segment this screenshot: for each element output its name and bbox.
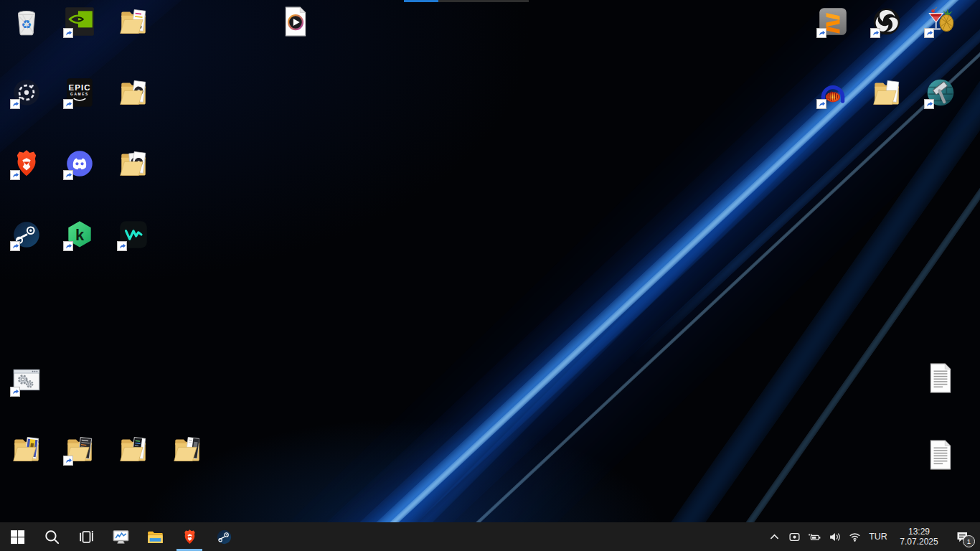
shortcut-badge — [10, 241, 20, 251]
voicemod-icon — [116, 217, 151, 252]
clock[interactable]: 13:29 7.07.2025 — [892, 527, 946, 547]
desktop-icon-video-edit[interactable] — [161, 432, 214, 468]
sublime-text-icon — [816, 4, 850, 39]
handbrake-icon — [923, 4, 958, 39]
paradox-launcher-icon — [9, 75, 44, 110]
shortcut-arrow-icon — [11, 171, 19, 179]
discord-icon — [62, 146, 97, 181]
desktop-icon-steam[interactable] — [0, 217, 53, 254]
svg-text:k: k — [75, 226, 85, 244]
map-icon — [870, 75, 904, 110]
shortcut-badge — [63, 99, 73, 109]
shortcut-arrow-icon — [64, 242, 72, 250]
desktop-icon-epic-games-launcher[interactable]: EPIC GAMES — [53, 75, 106, 112]
action-center-button[interactable]: 1 — [947, 522, 977, 551]
desktop-icon-handbrake[interactable] — [914, 4, 967, 41]
desktop-icon-hammer-exe[interactable] — [914, 75, 967, 112]
desktop-icon-mullah-nas[interactable] — [107, 146, 160, 183]
brave-icon — [9, 146, 44, 181]
clock-time: 13:29 — [892, 527, 946, 537]
svg-text:♻: ♻ — [22, 18, 32, 32]
brave-taskbar-button[interactable] — [172, 522, 207, 551]
shortcut-badge — [924, 99, 934, 109]
tray-chevron-up-icon[interactable] — [765, 522, 783, 551]
shortcut-arrow-icon — [64, 29, 72, 37]
desktop-icon-brave[interactable] — [0, 146, 53, 183]
kaspersky-icon: k — [62, 217, 97, 252]
shortcut-badge — [10, 170, 20, 180]
desktop-icon-paradox-launcher[interactable] — [0, 75, 53, 112]
shortcut-arrow-icon — [118, 242, 126, 250]
screenshots-icon — [62, 432, 97, 466]
shortcut-badge — [63, 28, 73, 38]
desktop-icon-video[interactable] — [107, 432, 160, 468]
epic-games-launcher-icon: EPIC GAMES — [62, 75, 97, 110]
language-indicator[interactable]: TUR — [865, 532, 891, 542]
shortcut-badge — [816, 28, 826, 38]
desktop-icon-karinca-duasi[interactable] — [914, 438, 967, 474]
hidden-window-edge-dark[interactable] — [438, 0, 529, 2]
shortcut-badge — [63, 170, 73, 180]
shortcut-arrow-icon — [64, 100, 72, 108]
neshid-icon — [116, 4, 151, 39]
shortcut-badge — [10, 99, 20, 109]
shortcut-arrow-icon — [64, 456, 72, 465]
desktop-icon-audacity[interactable] — [806, 75, 859, 112]
steam-taskbar-button[interactable] — [207, 522, 241, 551]
notification-badge: 1 — [963, 535, 975, 547]
search-button[interactable] — [34, 522, 69, 551]
desktop-icon-nvidia-app[interactable] — [53, 4, 106, 41]
shortcut-arrow-icon — [817, 100, 826, 108]
desktop-icon-obs-studio[interactable] — [860, 4, 913, 41]
desktop-icon-voicemod[interactable] — [107, 217, 160, 254]
shortcut-arrow-icon — [925, 100, 933, 108]
shortcut-arrow-icon — [817, 29, 826, 37]
neshid2-icon — [116, 75, 151, 110]
hammer-exe-icon — [923, 75, 958, 110]
desktop-icon-neshid[interactable] — [107, 4, 160, 41]
shortcut-badge — [117, 241, 127, 251]
meet-now-icon[interactable] — [785, 522, 804, 551]
desktop-icon-screenshots[interactable] — [53, 432, 106, 468]
wifi-icon[interactable] — [845, 522, 864, 551]
desktop-icon-notorious-mp3[interactable] — [269, 4, 322, 41]
clock-date: 7.07.2025 — [892, 537, 946, 547]
shortcut-arrow-icon — [925, 29, 933, 37]
file-explorer-button[interactable] — [138, 522, 172, 551]
taskbar-buttons — [0, 522, 241, 551]
desktop-icon-neshid2[interactable] — [107, 75, 160, 112]
desktop-icon-turkey-dns[interactable] — [0, 363, 53, 400]
taskbar-spacer — [241, 522, 765, 551]
recycle-bin-icon: ♻ — [9, 4, 44, 39]
mullah-nas-icon — [116, 146, 151, 181]
audacity-icon — [816, 75, 850, 110]
start-button[interactable] — [0, 522, 34, 551]
taskbar: TUR 13:29 7.07.2025 1 — [0, 522, 980, 551]
desktop-icon-depo[interactable] — [0, 432, 53, 468]
hidden-window-edge-accent[interactable] — [404, 0, 438, 2]
desktop-icon-sublime-text[interactable] — [806, 4, 859, 41]
volume-icon[interactable] — [825, 522, 844, 551]
shortcut-badge — [63, 456, 73, 466]
desktop-icon-discord[interactable] — [53, 146, 106, 183]
shortcut-badge — [924, 28, 934, 38]
shortcut-arrow-icon — [871, 29, 880, 37]
notorious-mp3-icon — [278, 4, 313, 39]
shortcut-badge — [10, 387, 20, 397]
steam-icon — [9, 217, 44, 252]
desktop: ♻ EPIC GAMES — [0, 0, 980, 551]
desktop-icon-map[interactable] — [860, 75, 913, 112]
yeni-metin-icon — [923, 361, 958, 395]
task-view-button[interactable] — [69, 522, 103, 551]
shortcut-badge — [816, 99, 826, 109]
karinca-duasi-icon — [923, 438, 958, 472]
depo-icon — [9, 432, 44, 466]
svg-text:GAMES: GAMES — [70, 93, 89, 96]
task-manager-button[interactable] — [103, 522, 138, 551]
desktop-icon-kaspersky[interactable]: k — [53, 217, 106, 254]
desktop-icon-yeni-metin[interactable] — [914, 361, 967, 397]
svg-text:EPIC: EPIC — [68, 83, 90, 92]
battery-charging-icon[interactable] — [805, 522, 824, 551]
desktop-icon-recycle-bin[interactable]: ♻ — [0, 4, 53, 41]
shortcut-badge — [870, 28, 880, 38]
